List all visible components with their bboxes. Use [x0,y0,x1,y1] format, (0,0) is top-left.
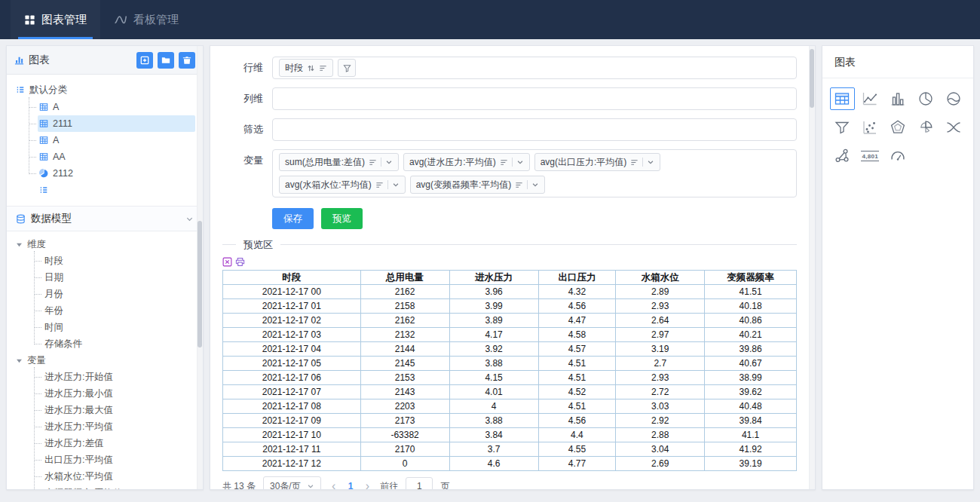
chart-tree-item-AA[interactable]: AA [38,148,195,165]
table-cell: 2145 [360,357,449,371]
model-field-变频器频率:平均值[interactable]: 变频器频率:平均值 [43,485,195,490]
column-header-时段[interactable]: 时段 [223,271,361,285]
table-chart-icon[interactable] [830,87,855,110]
print-icon[interactable] [235,257,245,267]
model-group-变量[interactable]: 变量 [16,352,203,369]
card-value: 4,801 [861,151,879,161]
model-group-维度[interactable]: 维度 [16,236,203,253]
table-cell: 2021-12-17 08 [223,399,361,414]
column-header-变频器频率[interactable]: 变频器频率 [705,271,797,285]
gauge-chart-icon[interactable] [886,145,911,167]
model-field-年份[interactable]: 年份 [43,302,195,319]
table-cell: 3.04 [616,442,705,457]
col-dimension-input[interactable] [272,87,797,110]
model-field-进水压力:差值[interactable]: 进水压力:差值 [43,435,195,451]
card-chart-icon[interactable]: 4,801 [858,145,883,167]
save-button[interactable]: 保存 [272,208,314,229]
tree-footer-item[interactable] [38,182,203,198]
column-header-进水压力[interactable]: 进水压力 [449,271,538,285]
sort-lines-icon[interactable] [515,181,523,189]
chart-tree-item-2111[interactable]: 2111 [38,115,195,132]
chevron-down-icon[interactable] [647,158,654,166]
chart-tree-item-A[interactable]: A [38,132,195,148]
column-header-总用电量[interactable]: 总用电量 [360,271,449,285]
model-field-进水压力:开始值[interactable]: 进水压力:开始值 [43,369,195,385]
chevron-down-icon[interactable] [392,181,400,188]
page-size-value: 30条/页 [270,480,301,490]
filter-label: 筛选 [222,118,263,141]
page-size-select[interactable]: 30条/页 [263,476,321,489]
table-cell: 4.6 [449,457,538,471]
model-field-进水压力:最大值[interactable]: 进水压力:最大值 [43,402,195,418]
model-field-存储条件[interactable]: 存储条件 [43,335,195,352]
chevron-down-icon[interactable] [185,215,194,223]
scatter-chart-icon[interactable] [858,116,883,139]
variable-tag-avg(出口压力:平均值)[interactable]: avg(出口压力:平均值) [534,153,661,171]
model-field-时间[interactable]: 时间 [43,319,195,335]
variable-tag-sum(总用电量:差值)[interactable]: sum(总用电量:差值) [279,153,399,171]
table-cell: 2.93 [616,299,705,314]
filter-funnel-icon[interactable] [338,59,356,77]
table-cell: 40.48 [705,399,797,414]
line-chart-icon[interactable] [858,87,883,110]
variable-tag-avg(变频器频率:平均值)[interactable]: avg(变频器频率:平均值) [410,176,546,194]
main-scrollbar[interactable] [809,46,815,489]
model-field-出口压力:平均值[interactable]: 出口压力:平均值 [43,451,195,468]
table-cell: 2021-12-17 11 [223,442,361,457]
sort-icon[interactable] [307,64,315,72]
sort-lines-icon[interactable] [630,158,639,167]
tree-root-category[interactable]: 默认分类 [16,81,203,99]
chart-list-header: 图表 [7,46,203,75]
folder-button[interactable] [158,52,174,69]
goto-page-input[interactable] [406,477,433,489]
left-scrollbar[interactable] [197,46,203,489]
add-chart-button[interactable] [136,52,153,69]
relation-chart-icon[interactable] [830,145,855,167]
sort-lines-icon[interactable] [319,64,327,72]
delete-button[interactable] [179,52,195,69]
col-dimension-row: 列维 [222,87,797,110]
current-page[interactable]: 1 [347,481,355,489]
sort-lines-icon[interactable] [375,181,384,189]
bar-chart-icon[interactable] [886,87,911,110]
prev-page-button[interactable]: ‹ [329,480,339,489]
chart-tree-item-A[interactable]: A [38,99,195,115]
pie-chart-icon[interactable] [913,87,938,110]
variables-input[interactable]: sum(总用电量:差值)avg(进水压力:平均值)avg(出口压力:平均值)av… [272,149,797,197]
table-cell: 3.89 [449,314,538,328]
liquid-chart-icon[interactable] [941,87,966,110]
column-header-水箱水位[interactable]: 水箱水位 [616,271,705,285]
model-field-水箱水位:平均值[interactable]: 水箱水位:平均值 [43,468,195,485]
export-excel-icon[interactable] [222,257,232,267]
chevron-down-icon[interactable] [385,158,393,166]
model-field-月份[interactable]: 月份 [43,286,195,302]
row-dimension-input[interactable]: 时段 [272,57,797,79]
chevron-down-icon[interactable] [531,181,539,188]
model-group-items: 时段日期月份年份时间存储条件 [34,253,203,352]
sankey-chart-icon[interactable] [941,116,966,139]
data-model-header[interactable]: 数据模型 [7,206,203,231]
table-row: 2021-12-17 0921733.884.562.9239.84 [223,414,797,428]
preview-button[interactable]: 预览 [321,208,363,229]
sort-lines-icon[interactable] [369,158,377,167]
model-field-进水压力:平均值[interactable]: 进水压力:平均值 [43,418,195,435]
nav-tab-看板管理[interactable]: 看板管理 [100,0,192,39]
radar-chart-icon[interactable] [886,116,911,139]
model-field-日期[interactable]: 日期 [43,269,195,286]
chevron-down-icon[interactable] [516,158,524,166]
model-field-进水压力:最小值[interactable]: 进水压力:最小值 [43,385,195,402]
table-cell: 4.47 [538,314,616,328]
filter-input[interactable] [272,118,797,141]
variable-tag-avg(水箱水位:平均值)[interactable]: avg(水箱水位:平均值) [279,176,406,194]
funnel-chart-icon[interactable] [830,116,855,139]
table-cell: 2143 [360,385,449,399]
variable-tag-avg(进水压力:平均值)[interactable]: avg(进水压力:平均值) [403,153,530,171]
next-page-button[interactable]: › [362,480,372,489]
nav-tab-图表管理[interactable]: 图表管理 [11,0,100,39]
row-dim-tag-时段[interactable]: 时段 [279,59,333,77]
sort-lines-icon[interactable] [500,158,508,167]
rose-chart-icon[interactable] [913,116,938,139]
chart-tree-item-2112[interactable]: 2112 [38,165,195,182]
column-header-出口压力[interactable]: 出口压力 [538,271,616,285]
model-field-时段[interactable]: 时段 [43,253,195,269]
